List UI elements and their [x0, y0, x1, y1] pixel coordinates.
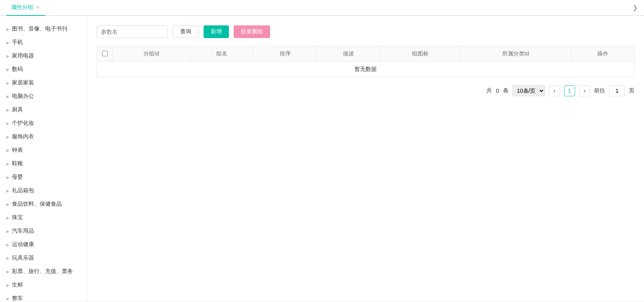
sidebar-item[interactable]: ▶运动健康 — [0, 238, 87, 251]
sidebar: ▶图书、音像、电子书刊▶手机▶家用电器▶数码▶家居家装▶电脑办公▶厨具▶个护化妆… — [0, 16, 87, 301]
sidebar-item-label: 彩票、旅行、充值、票务 — [12, 268, 73, 275]
toolbar: 查询 新增 批量删除 — [97, 25, 634, 38]
chevron-right-icon: ▶ — [6, 229, 10, 233]
chevron-right-icon: ▶ — [6, 94, 10, 99]
sidebar-item[interactable]: ▶玩具乐器 — [0, 251, 87, 265]
chevron-right-icon: ▶ — [6, 296, 10, 301]
page-size-select[interactable]: 10条/页20条/页50条/页 — [513, 85, 545, 96]
sidebar-item[interactable]: ▶汽车用品 — [0, 224, 87, 238]
total-suffix: 条 — [503, 87, 509, 94]
collapse-icon[interactable]: ❯ — [633, 4, 638, 11]
sidebar-item-label: 家用电器 — [12, 52, 34, 59]
tab-close-icon[interactable]: × — [36, 5, 39, 10]
chevron-right-icon: ▶ — [6, 189, 10, 193]
chevron-right-icon: ▶ — [6, 243, 10, 247]
chevron-right-icon: ▶ — [6, 54, 10, 58]
batch-delete-button[interactable]: 批量删除 — [234, 25, 270, 38]
total-count: 0 — [496, 88, 499, 94]
no-data-row: 暂无数据 — [97, 62, 634, 77]
chevron-right-icon: ▶ — [6, 216, 10, 220]
sidebar-item-label: 个护化妆 — [12, 120, 34, 127]
table-header-cell: 组名 — [190, 46, 253, 62]
select-all-checkbox[interactable] — [102, 51, 108, 56]
tab-label: 属性分组 — [11, 4, 33, 11]
sidebar-item-label: 运动健康 — [12, 241, 34, 248]
sidebar-item[interactable]: ▶家居家装 — [0, 76, 87, 90]
sidebar-item-label: 珠宝 — [12, 214, 23, 221]
chevron-right-icon: ▶ — [6, 108, 10, 112]
sidebar-item-label: 手机 — [12, 39, 23, 46]
sidebar-item[interactable]: ▶彩票、旅行、充值、票务 — [0, 265, 87, 278]
chevron-right-icon: ▶ — [6, 148, 10, 153]
sidebar-item[interactable]: ▶数码 — [0, 63, 87, 76]
table-header-cell: 描述 — [317, 46, 380, 62]
sidebar-item-label: 钟表 — [12, 147, 23, 154]
sidebar-item[interactable]: ▶钟表 — [0, 143, 87, 157]
chevron-right-icon: ▶ — [6, 162, 10, 166]
sidebar-item-label: 汽车用品 — [12, 227, 34, 235]
sidebar-item[interactable]: ▶礼品箱包 — [0, 184, 87, 197]
chevron-right-icon: ▶ — [6, 40, 10, 45]
current-page-indicator: 1 — [564, 85, 575, 96]
data-table: 分组Id组名排序描述组图标所属分类Id操作 暂无数据 — [97, 46, 634, 77]
sidebar-item[interactable]: ▶鞋靴 — [0, 157, 87, 170]
table-header-cell: 操作 — [571, 46, 634, 62]
table-header-cell: 组图标 — [380, 46, 460, 62]
sidebar-item[interactable]: ▶整车 — [0, 292, 87, 301]
chevron-right-icon: ▶ — [6, 283, 10, 287]
chevron-right-icon: ▶ — [6, 135, 10, 139]
tab-bar: 属性分组 × ❯ — [0, 0, 644, 16]
chevron-right-icon: ▶ — [6, 256, 10, 260]
sidebar-item-label: 图书、音像、电子书刊 — [12, 25, 67, 32]
sidebar-item-label: 整车 — [12, 295, 23, 301]
sidebar-item-label: 电脑办公 — [12, 93, 34, 100]
sidebar-item[interactable]: ▶厨具 — [0, 103, 87, 117]
next-page-button[interactable]: › — [579, 85, 590, 96]
chevron-right-icon: ▶ — [6, 175, 10, 180]
search-input[interactable] — [97, 25, 168, 38]
sidebar-item[interactable]: ▶食品饮料、保健食品 — [0, 197, 87, 211]
sidebar-item[interactable]: ▶母婴 — [0, 170, 87, 184]
chevron-right-icon: ▶ — [6, 67, 10, 72]
sidebar-item[interactable]: ▶家用电器 — [0, 49, 87, 63]
header-checkbox-cell — [97, 46, 113, 62]
table-header-cell: 分组Id — [113, 46, 190, 62]
sidebar-item[interactable]: ▶电脑办公 — [0, 90, 87, 103]
sidebar-item-label: 母婴 — [12, 174, 23, 181]
sidebar-item[interactable]: ▶手机 — [0, 36, 87, 49]
add-button[interactable]: 新增 — [204, 25, 229, 38]
goto-suffix: 页 — [629, 87, 634, 94]
chevron-right-icon: ▶ — [6, 121, 10, 126]
sidebar-item[interactable]: ▶个护化妆 — [0, 117, 87, 130]
sidebar-item-label: 家居家装 — [12, 79, 34, 86]
pagination: 共 0 条 10条/页20条/页50条/页 ‹ 1 › 前往 页 — [97, 85, 634, 96]
sidebar-item-label: 服饰内衣 — [12, 133, 34, 140]
sidebar-item-label: 礼品箱包 — [12, 187, 34, 194]
main-layout: ▶图书、音像、电子书刊▶手机▶家用电器▶数码▶家居家装▶电脑办公▶厨具▶个护化妆… — [0, 16, 644, 301]
goto-prefix: 前往 — [594, 87, 605, 94]
table-header-row: 分组Id组名排序描述组图标所属分类Id操作 — [97, 46, 634, 62]
chevron-right-icon: ▶ — [6, 81, 10, 85]
sidebar-item-label: 鞋靴 — [12, 160, 23, 167]
sidebar-item[interactable]: ▶服饰内衣 — [0, 130, 87, 143]
total-prefix: 共 — [486, 87, 492, 94]
query-button[interactable]: 查询 — [173, 25, 199, 38]
sidebar-item-label: 厨具 — [12, 106, 23, 113]
content-area: 查询 新增 批量删除 分组Id组名排序描述组图标所属分类Id操作 暂无数据 — [87, 16, 644, 301]
sidebar-item-label: 数码 — [12, 66, 23, 73]
chevron-right-icon: ▶ — [6, 27, 10, 31]
no-data-cell: 暂无数据 — [97, 62, 634, 77]
sidebar-item-label: 玩具乐器 — [12, 254, 34, 262]
sidebar-item[interactable]: ▶图书、音像、电子书刊 — [0, 22, 87, 36]
chevron-right-icon: ▶ — [6, 270, 10, 274]
chevron-right-icon: ▶ — [6, 202, 10, 206]
prev-page-button[interactable]: ‹ — [549, 85, 560, 96]
sidebar-item-label: 食品饮料、保健食品 — [12, 201, 62, 208]
sidebar-item[interactable]: ▶生鲜 — [0, 278, 87, 292]
table-header-cell: 排序 — [253, 46, 317, 62]
goto-page-input[interactable] — [609, 85, 625, 96]
sidebar-item-label: 生鲜 — [12, 281, 23, 289]
table-header-cell: 所属分类Id — [460, 46, 571, 62]
tab-item-attr-group[interactable]: 属性分组 × — [6, 0, 46, 16]
sidebar-item[interactable]: ▶珠宝 — [0, 211, 87, 224]
